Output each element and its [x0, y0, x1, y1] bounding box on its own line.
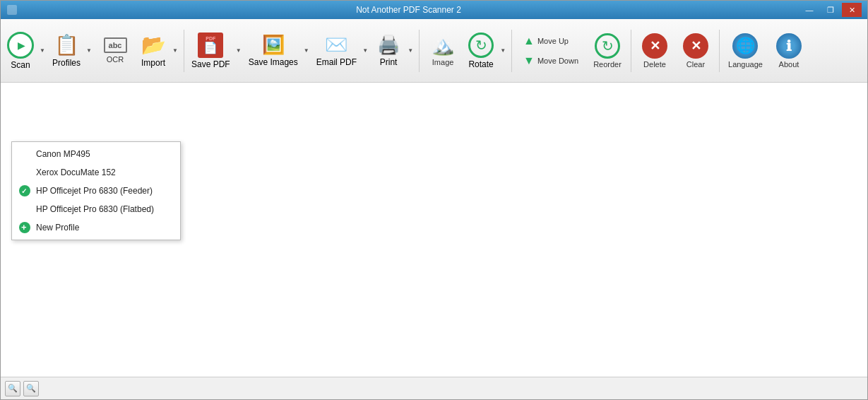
print-arrow[interactable]: ▼: [405, 23, 415, 78]
about-icon: [776, 33, 802, 59]
save-pdf-arrow[interactable]: ▼: [234, 23, 244, 78]
content-area: Canon MP495 Xerox DocuMate 152 HP Office…: [1, 83, 867, 377]
profiles-dropdown: Canon MP495 Xerox DocuMate 152 HP Office…: [11, 141, 181, 240]
scan-arrow[interactable]: ▼: [37, 23, 47, 78]
print-button[interactable]: 🖨️ Print: [371, 23, 405, 78]
save-images-label: Save Images: [249, 57, 298, 67]
clear-button[interactable]: Clear: [676, 23, 715, 78]
separator-2: [419, 30, 420, 72]
save-pdf-button[interactable]: PDF 📄 Save PDF: [188, 23, 234, 78]
import-group: 📂 Import ▼: [136, 23, 180, 78]
reorder-label: Reorder: [593, 60, 622, 69]
print-group: 🖨️ Print ▼: [371, 23, 415, 78]
print-label: Print: [380, 57, 398, 67]
about-label: About: [779, 60, 799, 69]
save-pdf-label: Save PDF: [191, 59, 230, 69]
move-down-icon: ▼: [523, 54, 535, 67]
delete-label: Delete: [643, 60, 666, 69]
image-button[interactable]: 🏔️ Image: [423, 23, 463, 78]
email-pdf-group: ✉️ Email PDF ▼: [313, 23, 370, 78]
move-down-button[interactable]: ▼ Move Down: [518, 52, 583, 70]
hp-feeder-label: HP Officejet Pro 6830 (Feeder): [36, 186, 153, 196]
image-icon: 🏔️: [432, 35, 454, 57]
bottom-bar: 🔍 🔍: [1, 377, 867, 399]
scan-button[interactable]: Scan: [4, 23, 37, 78]
move-up-icon: ▲: [523, 35, 535, 47]
save-images-icon: 🖼️: [262, 34, 285, 56]
minimize-button[interactable]: —: [799, 3, 819, 17]
dropdown-item-hp-feeder[interactable]: HP Officejet Pro 6830 (Feeder): [12, 182, 180, 200]
dropdown-item-hp-flatbed[interactable]: HP Officejet Pro 6830 (Flatbed): [12, 200, 180, 218]
move-up-button[interactable]: ▲ Move Up: [518, 32, 583, 50]
reorder-icon: [595, 33, 620, 59]
scan-label: Scan: [11, 60, 30, 70]
toolbar: Scan ▼ 📋 Profiles ▼ abc OCR 📂 Import ▼: [1, 19, 867, 83]
zoom-in-button[interactable]: 🔍: [23, 381, 39, 396]
separator-5: [719, 30, 720, 72]
dropdown-item-xerox[interactable]: Xerox DocuMate 152: [12, 163, 180, 182]
dropdown-item-canon[interactable]: Canon MP495: [12, 145, 180, 163]
save-images-button[interactable]: 🖼️ Save Images: [245, 23, 302, 78]
print-icon: 🖨️: [377, 34, 400, 56]
save-pdf-icon: PDF 📄: [198, 33, 223, 58]
xerox-label: Xerox DocuMate 152: [36, 167, 116, 177]
save-pdf-group: PDF 📄 Save PDF ▼: [188, 23, 244, 78]
reorder-button[interactable]: Reorder: [588, 23, 627, 78]
save-images-arrow[interactable]: ▼: [302, 23, 311, 78]
zoom-out-button[interactable]: 🔍: [5, 381, 20, 396]
about-button[interactable]: About: [769, 23, 809, 78]
profiles-label: Profiles: [52, 58, 81, 68]
profiles-arrow[interactable]: ▼: [84, 23, 94, 78]
clear-icon: [683, 33, 708, 59]
delete-icon: [642, 33, 667, 59]
profiles-icon: 📋: [54, 33, 79, 57]
separator-1: [184, 30, 184, 72]
image-label: Image: [432, 58, 454, 66]
move-buttons: ▲ Move Up ▼ Move Down: [516, 32, 586, 70]
ocr-button[interactable]: abc OCR: [95, 23, 135, 78]
language-button[interactable]: Language: [723, 23, 768, 78]
rotate-arrow[interactable]: ▼: [498, 23, 508, 78]
language-icon: [732, 33, 758, 59]
ocr-icon: abc: [104, 37, 127, 53]
dropdown-item-new-profile[interactable]: New Profile: [12, 218, 180, 237]
zoom-in-icon: 🔍: [26, 384, 36, 393]
email-pdf-arrow[interactable]: ▼: [360, 23, 370, 78]
zoom-out-icon: 🔍: [8, 384, 18, 393]
import-button[interactable]: 📂 Import: [136, 23, 170, 78]
main-window: Not Another PDF Scanner 2 — ❐ ✕ Scan ▼ 📋…: [0, 0, 868, 400]
import-arrow[interactable]: ▼: [170, 23, 180, 78]
language-label: Language: [728, 60, 763, 69]
maximize-button[interactable]: ❐: [821, 3, 840, 17]
new-profile-label: New Profile: [36, 223, 79, 233]
profiles-group: 📋 Profiles ▼: [49, 23, 94, 78]
save-images-group: 🖼️ Save Images ▼: [245, 23, 311, 78]
profiles-button[interactable]: 📋 Profiles: [49, 23, 84, 78]
hp-flatbed-label: HP Officejet Pro 6830 (Flatbed): [36, 204, 154, 214]
email-pdf-icon: ✉️: [325, 34, 347, 56]
title-bar: Not Another PDF Scanner 2 — ❐ ✕: [1, 1, 867, 19]
scan-group: Scan ▼: [4, 23, 47, 78]
delete-button[interactable]: Delete: [635, 23, 674, 78]
ocr-label: OCR: [107, 55, 124, 64]
separator-3: [511, 30, 512, 72]
canon-label: Canon MP495: [36, 149, 90, 159]
email-pdf-label: Email PDF: [316, 57, 357, 67]
move-up-label: Move Up: [537, 37, 569, 45]
email-pdf-button[interactable]: ✉️ Email PDF: [313, 23, 360, 78]
close-button[interactable]: ✕: [842, 3, 862, 17]
rotate-label: Rotate: [468, 59, 493, 69]
app-icon: [6, 4, 18, 16]
window-controls: — ❐ ✕: [799, 3, 862, 17]
import-icon: 📂: [141, 33, 166, 57]
svg-rect-0: [7, 5, 17, 15]
scan-icon: [7, 32, 34, 59]
move-down-label: Move Down: [537, 57, 578, 65]
clear-label: Clear: [686, 60, 705, 69]
window-title: Not Another PDF Scanner 2: [18, 5, 799, 15]
import-label: Import: [141, 58, 165, 68]
rotate-icon: [468, 33, 494, 58]
rotate-button[interactable]: Rotate: [464, 23, 498, 78]
rotate-group: Rotate ▼: [464, 23, 508, 78]
separator-4: [631, 30, 631, 72]
